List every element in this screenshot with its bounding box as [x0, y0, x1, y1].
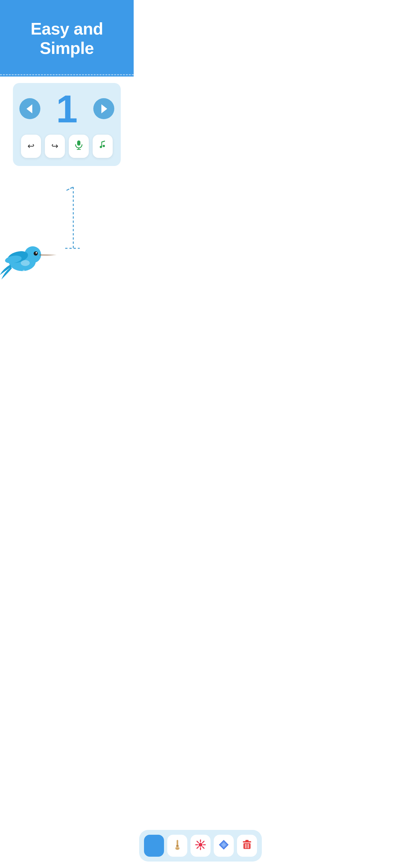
svg-point-3 [100, 146, 102, 148]
main-content: 1 ↩ ↪ [0, 76, 134, 324]
svg-point-11 [35, 252, 37, 253]
svg-point-17 [19, 271, 21, 273]
undo-icon: ↩ [27, 141, 35, 151]
trace-number-svg [60, 185, 83, 259]
svg-point-10 [34, 251, 38, 255]
flashcard-container: 1 [19, 89, 114, 128]
redo-icon: ↪ [51, 141, 58, 151]
svg-point-4 [103, 145, 105, 147]
microphone-icon [74, 140, 83, 152]
svg-point-14 [21, 260, 30, 266]
action-buttons-row: ↩ ↪ [19, 135, 114, 158]
right-arrow-icon [101, 104, 107, 113]
header-section: Easy and Simple [0, 0, 134, 74]
number-display: 1 [40, 89, 93, 128]
redo-button[interactable]: ↪ [45, 135, 65, 158]
svg-line-5 [102, 141, 104, 142]
microphone-button[interactable] [69, 135, 89, 158]
trace-number-container [60, 185, 83, 261]
music-icon [99, 141, 106, 152]
svg-rect-0 [77, 141, 81, 146]
header-title-line1: Easy and [31, 20, 103, 38]
header-title-line2: Simple [40, 39, 94, 58]
flashcard-section: 1 ↩ ↪ [13, 83, 121, 166]
next-button[interactable] [93, 98, 114, 119]
left-arrow-icon [27, 104, 32, 113]
writing-area [6, 176, 127, 285]
svg-point-15 [23, 270, 25, 272]
header-title: Easy and Simple [13, 20, 121, 58]
music-button[interactable] [93, 135, 113, 158]
prev-button[interactable] [19, 98, 40, 119]
hummingbird-mascot [0, 233, 58, 282]
undo-button[interactable]: ↩ [21, 135, 41, 158]
svg-point-16 [26, 271, 28, 273]
